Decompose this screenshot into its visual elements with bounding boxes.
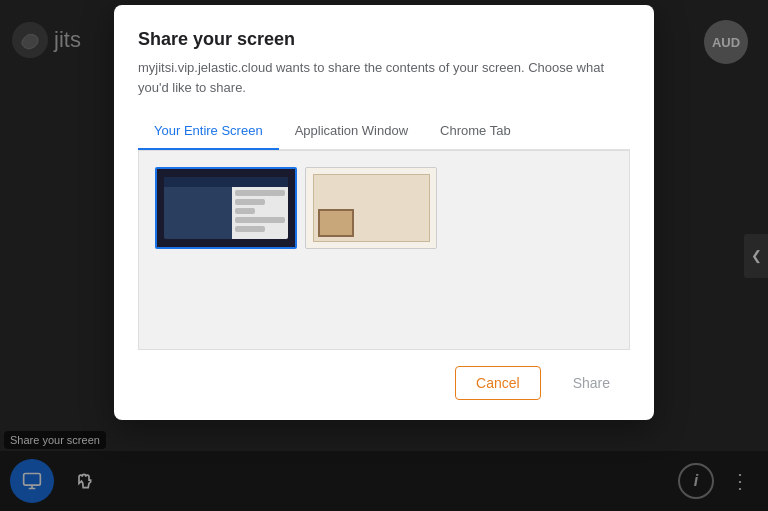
share-button[interactable]: Share (553, 367, 630, 399)
tab-bar: Your Entire Screen Application Window Ch… (138, 113, 630, 150)
screen-preview-1-inner (157, 169, 295, 247)
fake-chat-panel (232, 187, 288, 239)
chat-line-5 (235, 226, 265, 232)
dialog-overlay: Share your screen myjitsi.vip.jelastic.c… (0, 0, 768, 511)
dialog-title: Share your screen (138, 29, 630, 50)
chat-line-1 (235, 190, 285, 196)
dialog-description: myjitsi.vip.jelastic.cloud wants to shar… (138, 58, 630, 97)
tab-entire-screen[interactable]: Your Entire Screen (138, 113, 279, 150)
preview2-shape (318, 209, 354, 237)
dialog-footer: Cancel Share (138, 366, 630, 400)
tab-chrome-tab[interactable]: Chrome Tab (424, 113, 527, 150)
cancel-button[interactable]: Cancel (455, 366, 541, 400)
fake-screen-content (164, 177, 288, 239)
screen-preview-2-inner (313, 174, 430, 242)
background: jits AUD Share your screen Share your sc… (0, 0, 768, 511)
chat-line-3 (235, 208, 255, 214)
screen-selection-area (138, 150, 630, 350)
share-screen-dialog: Share your screen myjitsi.vip.jelastic.c… (114, 5, 654, 420)
screen-preview-1[interactable] (155, 167, 297, 249)
screen-preview-2[interactable] (305, 167, 437, 249)
tab-application-window[interactable]: Application Window (279, 113, 424, 150)
chat-line-4 (235, 217, 285, 223)
chat-line-2 (235, 199, 265, 205)
